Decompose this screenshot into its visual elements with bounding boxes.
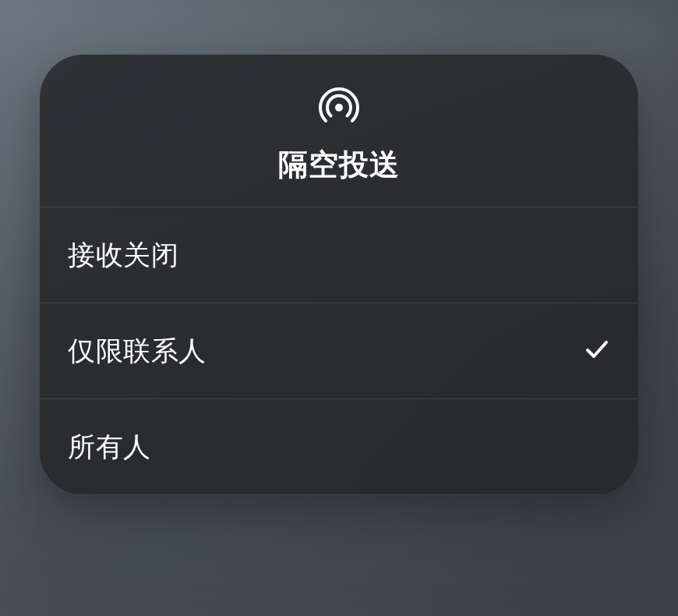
option-label: 所有人 <box>68 429 151 466</box>
option-label: 接收关闭 <box>68 237 178 274</box>
airdrop-icon <box>316 84 362 131</box>
option-contacts-only[interactable]: 仅限联系人 <box>40 303 638 399</box>
panel-header: 隔空投送 <box>40 55 638 207</box>
options-list: 接收关闭 仅限联系人 所有人 <box>40 207 638 495</box>
airdrop-settings-panel: 隔空投送 接收关闭 仅限联系人 所有人 <box>40 55 638 495</box>
svg-point-0 <box>335 104 343 112</box>
panel-title: 隔空投送 <box>278 145 400 185</box>
option-receiving-off[interactable]: 接收关闭 <box>40 207 638 303</box>
checkmark-icon <box>584 336 610 366</box>
option-everyone[interactable]: 所有人 <box>40 399 638 495</box>
option-label: 仅限联系人 <box>68 333 207 370</box>
